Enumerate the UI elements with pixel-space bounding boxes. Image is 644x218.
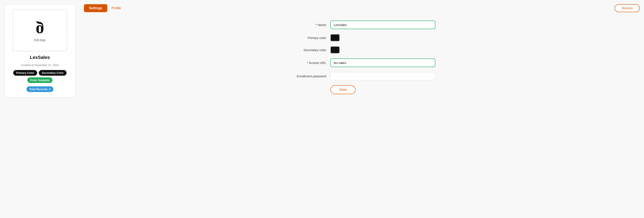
badge-from-template: From Template — [27, 77, 52, 83]
badges-row-2: Total Records: 0 — [26, 86, 54, 92]
primary-color-label: Primary color — [288, 36, 326, 40]
edit-logo-label: Edit logo — [34, 38, 46, 42]
enrollment-password-row: Enrollment password — [288, 72, 435, 80]
right-section: Settings Profile Access * Name Primary c… — [84, 4, 640, 94]
tab-profile[interactable]: Profile — [108, 4, 124, 12]
logo-edit-area[interactable]: б Edit logo — [12, 9, 67, 51]
access-url-input[interactable] — [330, 58, 435, 67]
name-input[interactable] — [330, 20, 435, 29]
secondary-color-row: Secondary color — [288, 46, 435, 53]
badge-total-records: Total Records: 0 — [26, 86, 54, 92]
org-created: Created At November 21, 2024 — [21, 63, 58, 67]
name-row: * Name — [288, 20, 435, 29]
badge-primary-color: Primary Color — [13, 70, 37, 76]
primary-color-swatch[interactable] — [330, 34, 340, 41]
secondary-color-swatch[interactable] — [330, 46, 340, 53]
enrollment-password-input[interactable] — [330, 72, 435, 80]
logo-symbol: б — [36, 19, 44, 36]
access-button[interactable]: Access — [614, 4, 640, 12]
org-name: LexSales — [30, 55, 50, 60]
top-bar: Settings Profile Access — [84, 4, 640, 12]
tab-settings[interactable]: Settings — [84, 4, 107, 12]
badge-secondary-color: Secondary Color — [39, 70, 66, 76]
access-url-label: * Access URL — [288, 61, 326, 65]
secondary-color-label: Secondary color — [288, 48, 326, 52]
tabs: Settings Profile — [84, 4, 124, 12]
save-button[interactable]: Save — [330, 85, 356, 94]
form-section: * Name Primary color Secondary color * A… — [288, 20, 435, 94]
badges-row: Primary Color Secondary Color From Templ… — [10, 70, 70, 83]
left-card: б Edit logo LexSales Created At November… — [4, 4, 76, 97]
access-url-label-text: * Access URL — [307, 61, 326, 65]
access-url-row: * Access URL — [288, 58, 435, 67]
name-label: * Name — [288, 23, 326, 27]
page-container: б Edit logo LexSales Created At November… — [4, 4, 640, 97]
primary-color-row: Primary color — [288, 34, 435, 41]
name-label-text: * Name — [316, 23, 326, 27]
enrollment-password-label: Enrollment password — [288, 74, 326, 78]
